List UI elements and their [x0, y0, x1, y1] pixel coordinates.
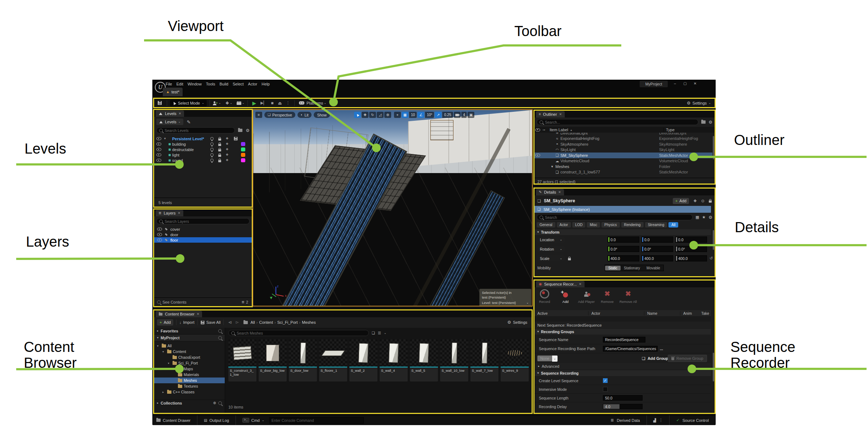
item-label-column[interactable]: Item Label [550, 128, 568, 132]
mobility-option[interactable]: Movable [643, 266, 663, 270]
scale-value-input[interactable]: 400.0 [641, 255, 673, 261]
surface-snap-icon[interactable]: ⌖ [394, 112, 401, 118]
close-button[interactable]: ✕ [691, 81, 699, 85]
filter-chip[interactable]: LOD [572, 222, 586, 228]
tree-caret-icon[interactable]: ▾ [168, 362, 171, 365]
sequence-recording-section[interactable]: ▾ Sequence Recording [534, 370, 711, 376]
outliner-row[interactable]: ◠ SkyLight SkyLight [534, 147, 712, 153]
rotation-dropdown[interactable]: Rotation ⌄ [537, 246, 565, 252]
search-icon[interactable] [218, 329, 222, 333]
toolbar-settings-button[interactable]: ⚙ Settings ⌄ [687, 100, 711, 106]
chevron-down-icon[interactable]: ⌄ [230, 102, 232, 105]
chevron-down-icon[interactable]: ⌄ [526, 301, 529, 304]
filter-icon[interactable]: ☰ [378, 331, 381, 335]
asset-tile[interactable]: S_wires_9 [501, 339, 529, 381]
asset-tile[interactable]: S_wall_2 [349, 339, 377, 381]
level-row[interactable]: ▼ light ❖ [154, 152, 252, 158]
details-scrollbar[interactable] [713, 230, 714, 250]
asset-tile[interactable]: S_door_big_low [259, 339, 287, 381]
asset-tile[interactable]: S_floore_1 [319, 339, 347, 381]
location-dropdown[interactable]: Location ⌄ [537, 237, 565, 243]
see-contents-button[interactable]: See Contents [157, 300, 187, 304]
lighting-icon[interactable] [210, 153, 214, 156]
sequence-recorder-scrollbar[interactable] [713, 353, 714, 381]
breadcrumb-item[interactable]: Sci_Fi_Port [277, 320, 298, 325]
levels-dropdown-button[interactable]: Levels ⌄ [156, 119, 183, 125]
scale-snap-value[interactable]: 0.25 [442, 112, 453, 118]
save-search-icon[interactable]: ❏ [372, 331, 375, 335]
visibility-eye-icon[interactable] [157, 228, 162, 231]
scale-value-input[interactable]: 400.0 [608, 255, 639, 261]
menu-item[interactable]: Help [259, 81, 272, 87]
angle-snap-value[interactable]: 10° [425, 112, 434, 118]
import-button[interactable]: ↓ Import [179, 320, 194, 325]
play-icon[interactable]: ▶ [252, 101, 256, 106]
save-all-button[interactable]: Save All [201, 320, 221, 325]
location-value-input[interactable]: 0.0 [641, 237, 673, 243]
stop-icon[interactable]: ■ [271, 101, 273, 105]
sequence-recorder-button[interactable]: ✖ Remove [598, 289, 617, 304]
close-icon[interactable]: ✕ [179, 112, 182, 115]
rotation-value-input[interactable]: 0.0° [641, 246, 673, 252]
grid-snap-icon[interactable]: ▦ [402, 112, 408, 118]
rotation-value-input[interactable]: 0.0° [675, 246, 707, 252]
lighting-icon[interactable] [210, 159, 214, 162]
scale-value-input[interactable]: 400.0 [675, 255, 707, 261]
angle-snap-icon[interactable]: ∠ [417, 112, 424, 118]
output-log-button[interactable]: Output Log [210, 418, 229, 423]
level-color-chip[interactable] [241, 153, 245, 157]
scale-tool-icon[interactable]: ◿ [377, 112, 384, 118]
folder-tree-row[interactable]: Textures [154, 383, 225, 389]
scale-lock-icon[interactable] [568, 258, 571, 260]
close-icon[interactable]: ✕ [558, 190, 561, 194]
maximize-viewport-icon[interactable]: ▣ [467, 112, 474, 118]
visibility-eye-icon[interactable] [156, 142, 161, 146]
gear-icon[interactable]: ⚙ [246, 128, 250, 133]
lighting-icon[interactable] [210, 148, 214, 151]
favorites-section[interactable]: ▸ Favorites [154, 328, 225, 335]
blueprint-icon[interactable]: ❖ [225, 137, 228, 140]
save-level-icon[interactable] [234, 137, 237, 141]
sort-ascending-icon[interactable]: ▲ [570, 129, 572, 131]
outliner-row[interactable]: ❑ construct_3_1_low577 StaticMeshActor [534, 169, 712, 175]
add-actor-icon[interactable] [213, 103, 216, 105]
tree-caret-icon[interactable]: ▾ [162, 350, 166, 353]
sequence-name-input[interactable]: RecordedSequence [603, 337, 645, 343]
asset-search-input[interactable]: Search Meshes [228, 330, 369, 336]
menu-item[interactable]: Window [185, 81, 204, 87]
cmd-button[interactable]: Cmd [251, 418, 260, 423]
mobility-option[interactable]: Static [605, 266, 621, 270]
level-color-chip[interactable] [241, 142, 245, 146]
outliner-row[interactable]: ❑ SM_SkySphere StaticMeshActor [534, 153, 712, 158]
lighting-icon[interactable] [210, 137, 214, 140]
lock-icon[interactable] [218, 144, 221, 146]
help-icon[interactable]: ⊙ [701, 199, 704, 203]
menu-item[interactable]: Build [218, 81, 231, 87]
platforms-label[interactable]: Platforms [307, 101, 323, 105]
column-header[interactable]: Name [644, 311, 680, 315]
source-control-button[interactable]: Source Control [683, 418, 709, 423]
asset-tile[interactable]: S_wall_4 [380, 339, 408, 381]
eye-column-icon[interactable] [535, 128, 540, 132]
content-browser-tab[interactable]: Content Browser ✕ [156, 311, 202, 317]
asset-tile[interactable]: S_wall_10_low [440, 339, 468, 381]
breadcrumb-item[interactable]: All [251, 320, 255, 325]
lighting-icon[interactable] [210, 142, 214, 146]
folder-tree-row[interactable]: ▾ Sci_Fi_Port [154, 360, 225, 366]
filter-chip[interactable]: Rendering [621, 222, 644, 228]
add-group-button[interactable]: ❏ Add Group [642, 356, 668, 361]
location-value-input[interactable]: 0.0 [675, 237, 707, 243]
level-color-chip[interactable] [241, 147, 245, 151]
location-value-input[interactable]: 0.0 [608, 237, 639, 243]
level-tab[interactable]: ▲ test* [163, 88, 183, 96]
lit-button[interactable]: ◐ Lit [297, 112, 312, 118]
forward-icon[interactable]: ⊳ [236, 320, 239, 325]
cinematics-icon[interactable] [237, 101, 241, 105]
console-command-input[interactable]: Enter Console Command [269, 417, 364, 424]
rotation-value-input[interactable]: 0.0° [608, 246, 639, 252]
layer-row[interactable]: cover [154, 226, 252, 232]
gear-icon[interactable]: ⚙ [708, 120, 712, 124]
outliner-row[interactable]: ☁ VolumetricCloud VolumetricCloud [534, 158, 712, 164]
mobility-option[interactable]: Stationary [621, 266, 643, 270]
filter-chip[interactable]: Physics [601, 222, 619, 228]
